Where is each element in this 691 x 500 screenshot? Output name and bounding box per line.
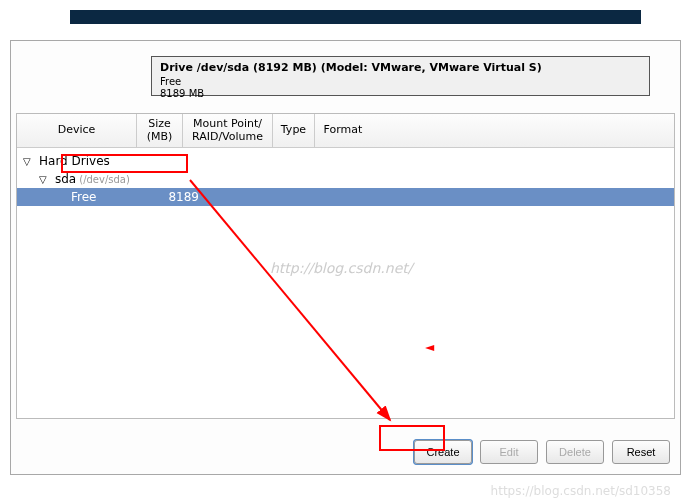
- drive-title: Drive /dev/sda (8192 MB) (Model: VMware,…: [160, 61, 641, 74]
- create-button[interactable]: Create: [414, 440, 472, 464]
- watermark-footer: https://blog.csdn.net/sd10358: [491, 484, 671, 498]
- col-mount[interactable]: Mount Point/ RAID/Volume: [183, 114, 273, 147]
- drive-free-label: Free: [160, 76, 181, 87]
- drive-free-size: 8189 MB: [160, 88, 204, 99]
- tree-node-free[interactable]: Free 8189: [17, 188, 674, 206]
- drive-free-block: Free 8189 MB: [160, 76, 641, 100]
- col-format[interactable]: Format: [315, 114, 371, 147]
- drive-summary-box: Drive /dev/sda (8192 MB) (Model: VMware,…: [151, 56, 650, 96]
- tree-root-label: Hard Drives: [39, 154, 110, 168]
- free-size: 8189: [149, 190, 199, 204]
- expand-icon[interactable]: ▽: [23, 156, 35, 167]
- tree-sda-path: (/dev/sda): [79, 174, 130, 185]
- edit-button: Edit: [480, 440, 538, 464]
- partition-panel: Drive /dev/sda (8192 MB) (Model: VMware,…: [10, 40, 681, 475]
- delete-button: Delete: [546, 440, 604, 464]
- tree-root-hard-drives[interactable]: ▽ Hard Drives: [17, 152, 674, 170]
- col-type[interactable]: Type: [273, 114, 315, 147]
- free-label: Free: [71, 190, 149, 204]
- table-header: Device Size (MB) Mount Point/ RAID/Volum…: [17, 114, 674, 148]
- tree-sda-label: sda: [55, 172, 76, 186]
- expand-icon[interactable]: ▽: [39, 174, 51, 185]
- col-device[interactable]: Device: [17, 114, 137, 147]
- col-size[interactable]: Size (MB): [137, 114, 183, 147]
- device-tree: ▽ Hard Drives ▽ sda (/dev/sda) Free 8189: [17, 148, 674, 210]
- reset-button[interactable]: Reset: [612, 440, 670, 464]
- button-row: Create Edit Delete Reset: [414, 440, 670, 464]
- title-bar: [70, 10, 641, 24]
- tree-node-sda[interactable]: ▽ sda (/dev/sda): [17, 170, 674, 188]
- partition-table: Device Size (MB) Mount Point/ RAID/Volum…: [16, 113, 675, 419]
